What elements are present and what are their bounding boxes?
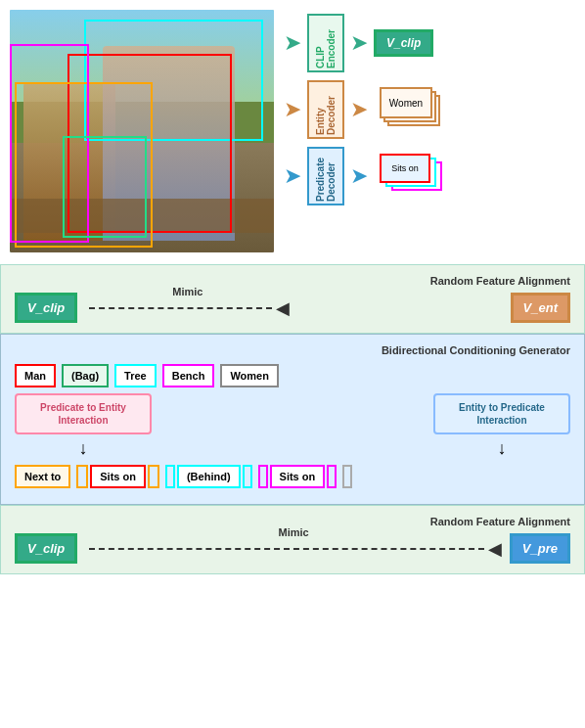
vclip-bottom-box: V_clip bbox=[15, 533, 77, 564]
interaction-row: Predicate to Entity Interaction Entity t… bbox=[15, 393, 570, 434]
predicate-decoder-row: ➤ Predicate Decoder ➤ Sits on bbox=[284, 147, 575, 205]
arrow-to-predicate-icon: ➤ bbox=[284, 163, 301, 189]
ent-to-pred-label: Entity to Predicate Interaction bbox=[459, 402, 545, 426]
down-arrows-row: ↓ ↓ bbox=[15, 438, 570, 459]
mimic-top-arrow: Mimic ◀ bbox=[85, 297, 290, 319]
predicate-nodes-row: Next to Sits on (Behind) Sits on bbox=[15, 465, 570, 488]
entity-bench: Bench bbox=[162, 364, 215, 387]
pred-sits-on-2-bracket-left bbox=[258, 465, 268, 488]
entity-nodes-row: Man (Bag) Tree Bench Women bbox=[15, 364, 570, 387]
pred-card-front: Sits on bbox=[380, 154, 430, 183]
predicate-stack: Sits on bbox=[374, 152, 462, 201]
pred-next-to: Next to bbox=[15, 465, 70, 488]
pred-sits-on-1-wrap: Sits on bbox=[76, 465, 159, 488]
entity-women-label: Women bbox=[230, 370, 269, 382]
pred-empty bbox=[342, 465, 352, 488]
down-arrow-right: ↓ bbox=[433, 438, 570, 459]
random-feature-bottom: Random Feature Alignment V_clip Mimic ◀ … bbox=[0, 505, 585, 574]
vclip-bottom-label: V_clip bbox=[27, 541, 65, 556]
mimic-top-text: Mimic bbox=[172, 286, 202, 297]
dashed-line-bottom bbox=[89, 548, 484, 550]
random-feature-top: Random Feature Alignment V_clip Mimic ◀ … bbox=[0, 264, 585, 334]
predicate-decoder-label: Predicate Decoder bbox=[315, 151, 337, 202]
arrow-from-predicate-icon: ➤ bbox=[350, 163, 368, 189]
entity-tree: Tree bbox=[114, 364, 157, 387]
top-section: ➤ CLIP Encoder ➤ V_clip ➤ Entity Decoder… bbox=[0, 0, 585, 264]
clip-row: ➤ CLIP Encoder ➤ V_clip bbox=[284, 14, 575, 72]
pred-behind-label: (Behind) bbox=[187, 471, 231, 482]
pred-behind-bracket-right bbox=[243, 465, 252, 488]
entity-card-front: Women bbox=[380, 87, 432, 118]
vclip-top-box: V_clip bbox=[15, 293, 77, 323]
mimic-top-row: V_clip Mimic ◀ V_ent bbox=[15, 293, 570, 323]
pred-behind: (Behind) bbox=[177, 465, 241, 488]
pred-sits-on-2-label: Sits on bbox=[280, 471, 316, 482]
ent-to-pred-box: Entity to Predicate Interaction bbox=[433, 393, 570, 434]
entity-bag: (Bag) bbox=[62, 364, 109, 387]
clip-encoder-box: CLIP Encoder bbox=[307, 14, 344, 72]
vclip-label: V_clip bbox=[386, 36, 421, 50]
entity-decoder-row: ➤ Entity Decoder ➤ Women bbox=[284, 80, 575, 139]
photo-container bbox=[10, 10, 274, 252]
pred-sits-on-2: Sits on bbox=[270, 465, 326, 488]
random-feature-top-label: Random Feature Alignment bbox=[15, 275, 570, 287]
entity-bench-label: Bench bbox=[172, 370, 205, 382]
arrow-to-entity-icon: ➤ bbox=[284, 97, 301, 122]
pred-sits-on-bracket-right bbox=[148, 465, 159, 488]
arrow-from-entity-icon: ➤ bbox=[350, 97, 368, 122]
clip-encoder-label: CLIP Encoder bbox=[315, 18, 337, 68]
vclip-top-label: V_clip bbox=[27, 300, 65, 315]
vpre-label: V_pre bbox=[522, 541, 558, 556]
pred-sits-on-1: Sits on bbox=[90, 465, 146, 488]
entity-tree-label: Tree bbox=[124, 370, 147, 382]
entity-man: Man bbox=[15, 364, 56, 387]
vclip-output-box: V_clip bbox=[374, 29, 433, 57]
dashed-line-top bbox=[89, 307, 272, 309]
entity-bag-label: (Bag) bbox=[71, 370, 99, 382]
entity-man-label: Man bbox=[24, 370, 46, 382]
vent-label: V_ent bbox=[523, 300, 558, 315]
down-arrow-left: ↓ bbox=[15, 438, 152, 459]
pred-to-ent-label: Predicate to Entity Interaction bbox=[40, 402, 126, 426]
arrow-left-bottom-icon: ◀ bbox=[488, 538, 502, 560]
pred-behind-wrap: (Behind) bbox=[165, 465, 252, 488]
predicate-decoder-box: Predicate Decoder bbox=[307, 147, 344, 205]
entity-women: Women bbox=[220, 364, 279, 387]
women-label: Women bbox=[389, 98, 423, 109]
photo-background bbox=[10, 10, 274, 252]
pred-behind-bracket-left bbox=[165, 465, 175, 488]
entity-stack: Women bbox=[374, 85, 452, 134]
pred-sits-on-2-wrap: Sits on bbox=[258, 465, 338, 488]
pred-sits-on-1-label: Sits on bbox=[100, 471, 136, 482]
pred-sits-on-bracket-left bbox=[76, 465, 88, 488]
arrow-left-icon: ◀ bbox=[276, 297, 290, 319]
arrow-to-clip-icon: ➤ bbox=[284, 30, 301, 56]
pred-sits-on-2-bracket-right bbox=[327, 465, 337, 488]
vpre-box: V_pre bbox=[510, 533, 570, 564]
pred-to-ent-box: Predicate to Entity Interaction bbox=[15, 393, 152, 434]
entity-decoder-box: Entity Decoder bbox=[307, 80, 344, 139]
mimic-bottom-row: V_clip Mimic ◀ V_pre bbox=[15, 533, 570, 564]
mimic-bottom-arrow: Mimic ◀ bbox=[85, 538, 502, 560]
main-layout: ➤ CLIP Encoder ➤ V_clip ➤ Entity Decoder… bbox=[0, 0, 585, 574]
vent-box: V_ent bbox=[511, 293, 570, 323]
entity-decoder-label: Entity Decoder bbox=[315, 84, 337, 135]
diagram-right: ➤ CLIP Encoder ➤ V_clip ➤ Entity Decoder… bbox=[284, 10, 575, 254]
generator-section: Bidirectional Conditioning Generator Man… bbox=[0, 334, 585, 505]
pred-next-to-label: Next to bbox=[24, 471, 61, 482]
generator-label: Bidirectional Conditioning Generator bbox=[15, 344, 570, 356]
mimic-bottom-text: Mimic bbox=[278, 526, 308, 538]
sits-on-top-label: Sits on bbox=[391, 163, 419, 173]
arrow-from-clip-icon: ➤ bbox=[350, 30, 368, 56]
